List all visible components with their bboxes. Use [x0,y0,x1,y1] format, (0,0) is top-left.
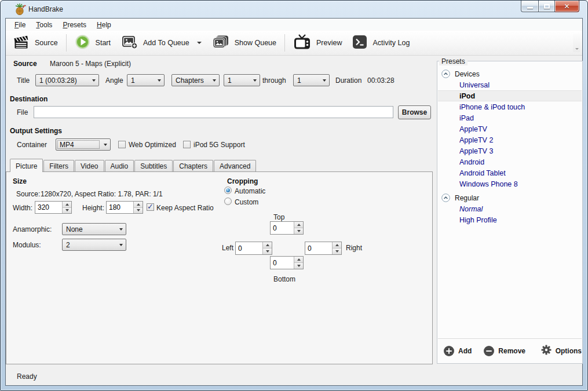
crop-right-stepper[interactable] [305,242,342,255]
preset-item-appletv-2[interactable]: AppleTV 2 [438,134,582,145]
crop-bottom-decrement-button[interactable] [294,263,303,269]
preset-item-normal[interactable]: Normal [438,203,582,214]
web-optimized-checkbox[interactable] [118,141,126,148]
crop-top-input[interactable] [271,222,294,234]
preset-item-universal[interactable]: Universal [438,79,582,90]
presets-panel-heading: Presets [439,57,468,65]
maximize-button[interactable] [538,1,555,12]
chapter-start-combobox[interactable]: 1 [224,74,260,86]
cropping-automatic-label: Automatic [235,187,265,195]
height-decrement-button[interactable] [134,208,143,214]
chevron-down-icon [116,239,126,250]
tab-video[interactable]: Video [75,160,104,171]
start-button[interactable]: Start [70,31,116,54]
width-input[interactable] [35,202,62,213]
cropping-automatic-radio[interactable] [224,187,232,194]
tab-advanced[interactable]: Advanced [214,160,256,171]
chevron-down-icon [89,75,98,86]
chapter-end-combobox[interactable]: 1 [293,74,330,86]
toolbar-overflow-button[interactable] [573,34,580,52]
titlebar[interactable]: HandBrake ✕ [1,1,587,18]
play-icon [75,34,90,52]
crop-left-decrement-button[interactable] [263,249,272,254]
modulus-combobox[interactable]: 2 [62,239,126,251]
show-queue-button[interactable]: Show Queue [207,32,282,54]
close-button[interactable]: ✕ [555,1,579,12]
container-combobox[interactable]: MP4 [56,138,111,151]
preset-item-windows-phone-8[interactable]: Windows Phone 8 [438,178,582,189]
container-combobox-value: MP4 [56,141,101,149]
crop-top-decrement-button[interactable] [294,228,303,234]
picture-tab-panel: Size Source: 1280x720, Aspect Ratio: 1.7… [6,171,433,364]
destination-file-input[interactable] [34,106,393,118]
source-button[interactable]: Source [8,32,63,54]
preset-item-ipod[interactable]: iPod [438,90,582,101]
browse-button[interactable]: Browse [398,105,431,119]
angle-combobox[interactable]: 1 [127,74,165,86]
maximize-icon [544,4,550,9]
minimize-button[interactable] [521,1,538,12]
tab-picture[interactable]: Picture [10,159,43,172]
height-increment-button[interactable] [134,202,143,208]
preset-item-appletv-3[interactable]: AppleTV 3 [438,145,582,156]
preset-group-regular[interactable]: Regular [438,192,582,203]
cropping-custom-radio[interactable] [224,198,232,205]
toolbar: Source Start [6,31,582,56]
preset-remove-button[interactable]: Remove [484,346,525,356]
source-section-heading: Source [13,60,37,68]
anamorphic-combobox[interactable]: None [62,223,126,235]
tab-filters[interactable]: Filters [43,160,74,171]
width-increment-button[interactable] [63,202,71,208]
menu-tools[interactable]: Tools [31,19,57,31]
menu-file[interactable]: File [9,19,31,31]
preset-item-android[interactable]: Android [438,156,582,167]
menu-help[interactable]: Help [92,19,116,31]
title-combobox[interactable]: 1 (00:03:28) [35,74,99,86]
preset-add-label: Add [458,347,472,355]
height-stepper[interactable] [106,201,143,214]
crop-bottom-input[interactable] [271,257,294,269]
preset-add-button[interactable]: Add [444,346,472,356]
crop-left-increment-button[interactable] [263,242,272,249]
range-type-combobox[interactable]: Chapters [171,74,220,86]
crop-left-stepper[interactable] [235,242,272,255]
start-button-label: Start [96,39,111,47]
chevron-down-icon [197,42,202,44]
preset-group-devices[interactable]: Devices [438,68,582,79]
crop-left-input[interactable] [236,242,262,254]
chevron-up-circle-icon[interactable] [441,193,450,202]
tv-icon [293,34,311,52]
preset-item-android-tablet[interactable]: Android Tablet [438,167,582,178]
add-to-queue-button[interactable]: Add To Queue [116,32,207,54]
menu-presets[interactable]: Presets [57,19,92,31]
toolbar-separator [66,34,67,52]
crop-bottom-stepper[interactable] [270,256,304,269]
tab-audio[interactable]: Audio [105,160,134,171]
crop-right-increment-button[interactable] [333,242,341,249]
crop-top-stepper[interactable] [270,221,304,235]
ipod-5g-checkbox[interactable] [183,141,191,148]
preset-item-appletv[interactable]: AppleTV [438,123,582,134]
range-type-combobox-value: Chapters [172,76,210,85]
crop-bottom-increment-button[interactable] [294,257,303,263]
crop-right-input[interactable] [305,242,332,254]
chevron-down-icon [116,224,126,235]
preview-button[interactable]: Preview [288,31,347,54]
activity-log-button[interactable]: Activity Log [347,32,415,54]
chevron-down-icon [250,75,260,86]
tab-subtitles[interactable]: Subtitles [134,160,173,171]
crop-right-decrement-button[interactable] [333,249,341,254]
preset-item-high-profile[interactable]: High Profile [438,214,582,225]
keep-aspect-ratio-checkbox[interactable] [147,203,154,211]
duration-label: Duration [335,76,361,85]
preset-item-iphone-ipod-touch[interactable]: iPhone & iPod touch [438,101,582,112]
chevron-up-circle-icon[interactable] [441,70,450,78]
preset-item-ipad[interactable]: iPad [438,112,582,123]
width-stepper[interactable] [35,201,72,214]
tab-chapters[interactable]: Chapters [173,160,213,171]
angle-label: Angle [105,76,123,85]
crop-top-increment-button[interactable] [294,222,303,228]
height-input[interactable] [107,202,133,213]
preset-options-button[interactable]: Options [541,345,582,357]
width-decrement-button[interactable] [63,208,71,214]
